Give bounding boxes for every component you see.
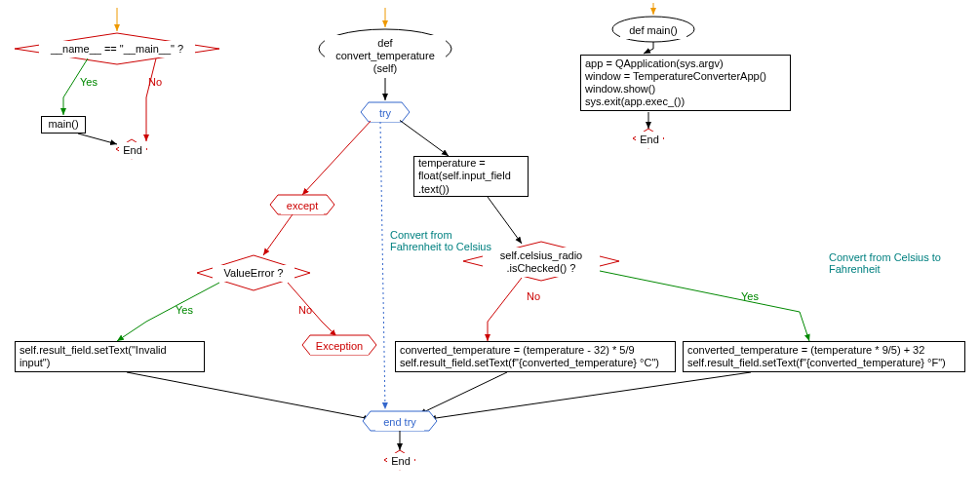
except-node: except [281, 198, 324, 214]
label-yes: Yes [80, 76, 98, 88]
label-no-3: No [527, 290, 540, 302]
block-c2f: converted_temperature = (temperature * 9… [683, 341, 965, 372]
exception-node: Exception [310, 338, 369, 355]
label-yes-2: Yes [176, 304, 193, 316]
block-main-body: app = QApplication(sys.argv) window = Te… [580, 55, 791, 111]
decision-value-error: ValueError ? [213, 265, 294, 282]
call-main: main() [41, 116, 86, 134]
comment-c2f: Convert from Celsius to Fahrenheit [829, 251, 956, 275]
label-no: No [148, 76, 162, 88]
end-node-3: End [636, 132, 663, 148]
block-invalid-input: self.result_field.setText("Invalid input… [15, 341, 205, 372]
comment-f2c: Convert from Fahrenheit to Celsius [390, 229, 497, 252]
end-try-node: end try [375, 414, 424, 431]
func-def-main: def main() [620, 22, 686, 39]
end-node-1: End [119, 142, 146, 159]
decision-is-checked: self.celsius_radio .isChecked() ? [483, 248, 600, 277]
end-node-2: End [387, 453, 414, 470]
label-yes-3: Yes [741, 290, 759, 302]
svg-line-8 [263, 214, 293, 255]
block-temp-assign: temperature = float(self.input_field .te… [413, 156, 529, 197]
label-no-2: No [298, 304, 312, 316]
decision-name-main: __name__ == "__main__" ? [39, 41, 195, 57]
func-def-convert: def convert_temperature (self) [325, 35, 446, 78]
try-node: try [371, 105, 400, 122]
block-f2c: converted_temperature = (temperature - 3… [395, 341, 676, 372]
